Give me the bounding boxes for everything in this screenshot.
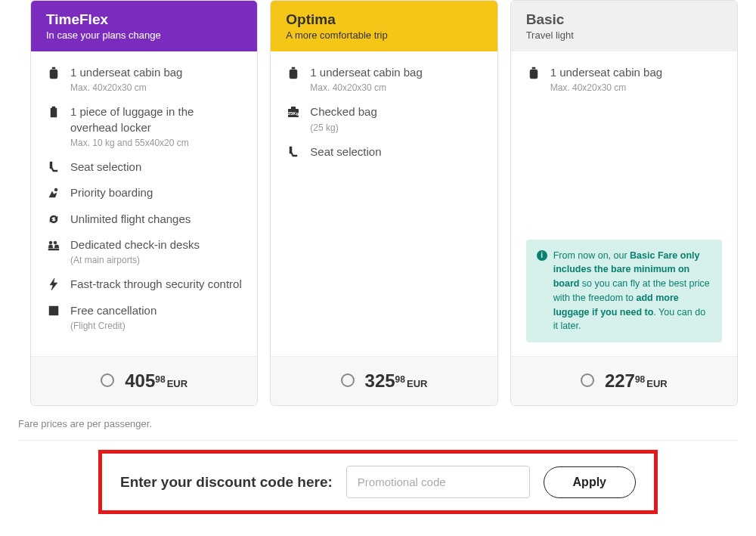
feature-sub: Max. 40x20x30 cm [550,82,722,94]
desk-icon [46,238,61,252]
feature-label: 1 underseat cabin bagMax. 40x20x30 cm [70,65,242,94]
price-currency: EUR [646,378,667,389]
feature-label: 1 underseat cabin bagMax. 40x20x30 cm [550,65,722,94]
fare-select-radio[interactable]: 32598EUR [341,370,428,392]
feature-item: 25KgChecked bag(25 kg) [286,104,482,133]
radio-icon [341,373,355,387]
fare-footer: 22798EUR [511,356,737,405]
checked-icon: 25Kg [286,105,301,119]
feature-item: Seat selection [286,144,482,160]
change-icon [46,212,61,226]
svg-rect-1 [291,107,296,109]
price-main: 405 [125,370,155,391]
price-main: 325 [365,370,395,391]
fasttrack-icon [46,277,61,291]
bag-icon [526,66,541,79]
price-cents: 98 [635,374,645,385]
feature-item: 1 piece of luggage in the overhead locke… [46,104,242,149]
feature-label: Dedicated check-in desks(At main airport… [70,237,242,266]
fare-header: BasicTravel light [511,1,737,51]
radio-icon [101,373,114,387]
seat-icon [286,145,301,159]
radio-icon [581,373,594,387]
apply-button[interactable]: Apply [544,466,636,498]
feature-item: Fast-track through security control [46,277,242,292]
fare-title: TimeFlex [46,11,242,28]
feature-label: Seat selection [310,144,482,160]
fare-card-timeflex: TimeFlexIn case your plans change1 under… [30,0,258,406]
fare-subtitle: A more comfortable trip [286,29,482,41]
basic-fare-notice: iFrom now on, our Basic Fare only includ… [526,240,722,343]
feature-label: 1 underseat cabin bagMax. 40x20x30 cm [310,65,482,94]
cancel-icon [46,304,61,318]
feature-item: 1 underseat cabin bagMax. 40x20x30 cm [526,65,722,94]
feature-item: 1 underseat cabin bagMax. 40x20x30 cm [286,65,482,94]
svg-text:25Kg: 25Kg [288,111,299,116]
info-icon: i [537,250,547,261]
fare-footer: 32598EUR [271,356,497,405]
feature-label: Checked bag(25 kg) [310,104,482,133]
feature-sub: Max. 40x20x30 cm [310,82,482,94]
feature-label: Seat selection [70,160,242,175]
priority-icon [46,186,61,200]
feature-label: 1 piece of luggage in the overhead locke… [70,104,242,149]
bag-icon [286,66,301,79]
fare-subtitle: Travel light [526,29,722,41]
fare-select-radio[interactable]: 22798EUR [581,370,668,392]
promo-section: Enter your discount code here: Apply [98,450,658,514]
feature-item: Dedicated check-in desks(At main airport… [46,237,242,266]
price-currency: EUR [407,378,427,389]
price-note: Fare prices are per passenger. [0,412,756,435]
feature-label: Free cancellation(Flight Credit) [70,303,242,332]
feature-sub: (Flight Credit) [70,320,242,332]
feature-item: Free cancellation(Flight Credit) [46,303,242,332]
feature-sub: Max. 10 kg and 55x40x20 cm [70,137,242,149]
promo-code-input[interactable] [346,466,530,498]
fare-footer: 40598EUR [31,356,257,405]
promo-label: Enter your discount code here: [120,474,333,491]
price-main: 227 [605,370,635,391]
feature-item: Seat selection [46,160,242,175]
feature-label: Unlimited flight changes [70,212,242,227]
seat-icon [46,160,61,174]
feature-item: Unlimited flight changes [46,212,242,227]
fare-title: Basic [526,11,722,28]
feature-label: Priority boarding [70,185,242,200]
fare-title: Optima [286,11,482,28]
fare-subtitle: In case your plans change [46,29,242,41]
feature-sub: (At main airports) [70,254,242,266]
feature-item: Priority boarding [46,185,242,200]
fare-select-radio[interactable]: 40598EUR [101,370,187,392]
price-currency: EUR [167,378,187,389]
feature-item: 1 underseat cabin bagMax. 40x20x30 cm [46,65,242,94]
fare-card-optima: OptimaA more comfortable trip1 underseat… [270,0,497,406]
feature-sub: (25 kg) [310,122,482,134]
fare-header: OptimaA more comfortable trip [271,1,497,51]
suitcase-icon [46,105,61,119]
price-cents: 98 [395,374,405,385]
fare-card-basic: BasicTravel light1 underseat cabin bagMa… [510,0,738,406]
bag-icon [46,66,61,79]
fare-header: TimeFlexIn case your plans change [31,1,257,51]
feature-label: Fast-track through security control [70,277,242,292]
feature-sub: Max. 40x20x30 cm [70,82,242,94]
price-cents: 98 [155,374,165,385]
